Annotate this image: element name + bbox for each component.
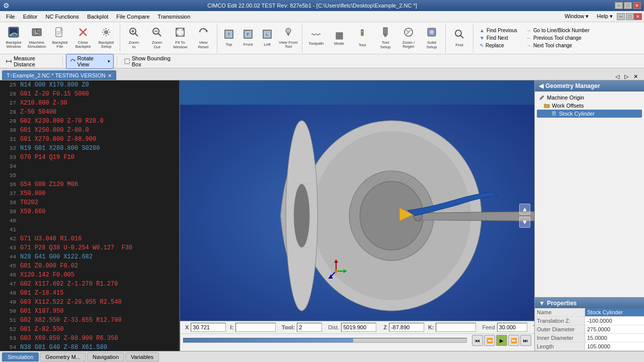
nav-up-arrow[interactable]: ▲ [519,204,530,215]
code-line: 37X50.800 [0,189,179,198]
toolpath-button[interactable]: 〰 Toolpath [304,25,328,52]
prev-tool-button[interactable]: ← Previous Tool change [524,35,592,41]
line-text: G01 Z-18.415 [20,289,63,298]
menu-transmission[interactable]: Transmission [153,13,194,21]
measure-distance-button[interactable]: Measure Distance [2,54,59,69]
menu-file[interactable]: File [2,13,19,21]
play-button[interactable]: ▶ [496,335,507,346]
i-coord-input[interactable] [235,323,276,332]
view-top-button[interactable]: T Top [219,25,238,52]
replace-button[interactable]: ✎ Replace [477,42,519,49]
line-number: 49 [2,298,16,307]
find-button[interactable]: Find [448,25,471,52]
tool-button[interactable]: Tool [351,25,374,52]
code-line: 47G02 X117.602 Z-1.270 R1.270 [0,280,179,289]
feed-input[interactable] [497,323,527,332]
close-button[interactable]: ✕ [633,2,641,9]
dist-input[interactable] [341,323,376,332]
code-line: 28Z-50 S0400 [0,108,179,117]
k-coord-input[interactable] [436,323,476,332]
collapse-icon[interactable]: ◀ [539,82,543,89]
code-panel[interactable]: 25N14 G00 X170.800 Z026G01 Z-20 F0.15 S0… [0,80,180,351]
tab-geometry-manager[interactable]: Geometry M... [40,352,86,361]
find-prev-button[interactable]: ▲ Find Previous [477,27,519,34]
zoom-in-button[interactable]: ZoomIn [122,25,145,52]
x-coord-input[interactable] [191,323,226,332]
viewport[interactable]: ▲ ▼ X I: Tool: Dist. Z K: [180,80,534,351]
minimize-button[interactable]: ─ [615,2,623,9]
play-end-button[interactable]: ⏭ [520,335,531,346]
view-front-button[interactable]: F Front [238,25,258,52]
line-text: G01 Z-82.550 [20,325,63,334]
line-number: 32 [2,144,16,153]
tab-close-icon[interactable]: ✕ [108,73,112,78]
view-from-tool-button[interactable]: View FromTool [277,25,300,52]
fit-to-window-button[interactable]: Fit ToWindow [169,25,192,52]
menu-editor[interactable]: Editor [19,13,42,21]
i-coord-label: I: [230,324,233,330]
k-coord-label: K: [428,324,434,330]
view-left-button[interactable]: L Left [258,25,277,52]
play-step-fwd-button[interactable]: ⏩ [508,335,519,346]
tab-example2[interactable]: T↑Example_2.NC * TESTING VERSION ✕ [2,70,116,80]
menu-window[interactable]: Window ▾ [560,12,593,21]
tab-next-button[interactable]: ▷ [622,73,630,80]
line-number: 47 [2,280,16,289]
menu-nc-functions[interactable]: NC Functions [41,13,83,21]
playback-progress-bar[interactable] [183,338,467,343]
menu-backplot[interactable]: Backplot [83,13,112,21]
code-line: 29G02 X230.800 Z-70 R28.0 [0,117,179,126]
next-tool-button[interactable]: → Next Tool change [524,42,592,49]
zoom-regen-button[interactable]: Zoom /Regen [397,25,420,52]
find-prev-label: Find Previous [487,28,517,33]
menu-file-compare[interactable]: File Compare [112,13,153,21]
svg-rect-26 [383,28,387,35]
tree-machine-origin[interactable]: Machine Origin [537,94,642,102]
machine-sim-button[interactable]: MachineSimulation [25,25,48,52]
float-button[interactable]: ─ [617,13,625,20]
tab-navigation[interactable]: Navigation [87,352,124,361]
menu-help[interactable]: Help ▾ [593,12,617,21]
close-backplot-button[interactable]: CloseBackplot [71,25,95,52]
code-line: 30G01 X250.800 Z-80.0 [0,126,179,135]
titlebar-title: CIMCO Edit 22.00.02 TEST Rev: 827e5b1 - … [10,3,615,9]
prop-translationz-label: Translation Z: [535,317,585,325]
float-max-button[interactable]: □ [626,13,634,20]
backplot-file-button[interactable]: BackplotFile [48,25,71,52]
solid-setup-label: SolidSetup [427,40,437,49]
tree-work-offsets[interactable]: Work Offsets [537,102,642,110]
float-close-button[interactable]: ✕ [634,13,642,20]
tab-prev-button[interactable]: ◁ [613,73,621,80]
mode-button[interactable]: ▦ Mode [328,25,351,52]
tab-simulation[interactable]: Simulation [2,352,39,361]
maximize-button[interactable]: □ [624,2,632,9]
play-begin-button[interactable]: ⏮ [472,335,483,346]
tree-stock-cylinder[interactable]: Stock Cylinder [537,110,642,118]
goto-line-button[interactable]: → Go to Line/Block Number [524,27,592,34]
play-step-back-button[interactable]: ⏪ [484,335,495,346]
nav-down-arrow[interactable]: ▼ [519,217,530,228]
z-coord-input[interactable] [389,323,424,332]
zoom-out-button[interactable]: ZoomOut [145,25,169,52]
backplot-window-button[interactable]: BackplotWindow [2,25,25,52]
view-reset-button[interactable]: ViewReset [192,25,215,52]
solid-setup-button[interactable]: SolidSetup [420,25,443,52]
tab-variables[interactable]: Variables [125,352,159,361]
svg-point-31 [455,30,461,36]
backplot-setup-button[interactable]: BackplotSetup [95,25,118,52]
rotate-view-dropdown[interactable]: ▾ [108,59,110,64]
code-line: 54N38 G01 G40 Z-88 X61.580 [0,343,179,351]
tool-setup-button[interactable]: ToolSetup [374,25,397,52]
code-line: 35 [0,171,179,180]
tool-coord-input[interactable] [297,323,322,332]
show-bounding-box-button[interactable]: Show Bounding Box [120,54,182,69]
right-panel: ◀ Geometry Manager Machine Origin Work O… [534,80,644,351]
find-next-button[interactable]: ▼ Find Next [477,35,519,41]
replace-icon: ✎ [479,43,484,48]
code-line: 43G71 P28 Q38 U-0.254 W0.127 F30 [0,243,179,252]
properties-collapse-icon[interactable]: ▼ [539,300,545,307]
code-line: 41 [0,225,179,234]
tab-close-all-button[interactable]: ✕ [631,73,640,80]
rotate-view-button[interactable]: Rotate View ▾ [66,54,114,69]
code-line: 46X120.142 F0.005 [0,270,179,280]
